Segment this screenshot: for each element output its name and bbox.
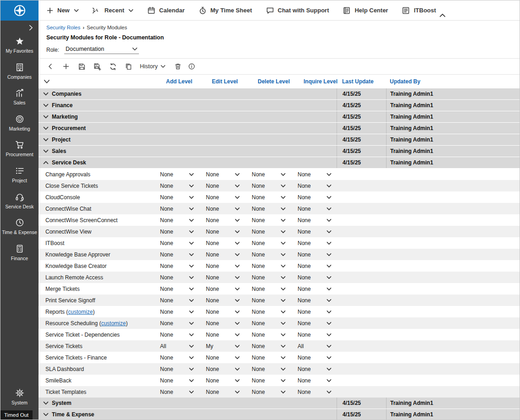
role-select[interactable]: Documentation [64, 45, 139, 54]
back-button[interactable] [43, 60, 58, 72]
sidebar-item-time-expense[interactable]: Time & Expense [0, 214, 39, 240]
add-level-select[interactable]: None [160, 183, 194, 189]
inquire-level-select[interactable]: None [298, 194, 332, 201]
inquire-level-select[interactable]: None [298, 389, 332, 395]
edit-level-select[interactable]: None [206, 389, 240, 395]
expand-sidebar-button[interactable] [29, 21, 39, 33]
add-level-select[interactable]: None [160, 297, 194, 304]
add-level-select[interactable]: All [160, 343, 194, 349]
help-center-button[interactable]: Help Center [343, 6, 388, 15]
delete-level-select[interactable]: None [252, 286, 286, 292]
edit-level-select[interactable]: None [206, 229, 240, 235]
inquire-level-select[interactable]: None [298, 366, 332, 372]
group-toggle[interactable]: Sales [39, 146, 337, 157]
sidebar-item-system[interactable]: System [0, 384, 39, 410]
sidebar-item-service-desk[interactable]: Service Desk [0, 188, 39, 214]
edit-level-select[interactable]: None [206, 286, 240, 292]
delete-level-select[interactable]: None [252, 377, 286, 384]
group-row[interactable]: System4/15/25Training Admin1 [39, 398, 520, 409]
group-toggle[interactable]: Companies [39, 88, 337, 99]
edit-level-select[interactable]: None [206, 183, 240, 189]
add-level-select[interactable]: None [160, 355, 194, 361]
add-level-select[interactable]: None [160, 171, 194, 178]
delete-level-select[interactable]: None [252, 251, 286, 258]
add-button[interactable] [58, 60, 74, 72]
copy-button[interactable] [121, 60, 136, 72]
edit-level-select[interactable]: None [206, 171, 240, 178]
delete-level-select[interactable]: None [252, 297, 286, 304]
refresh-button[interactable] [105, 60, 121, 72]
my-time-sheet-button[interactable]: My Time Sheet [199, 6, 252, 15]
delete-level-select[interactable]: None [252, 389, 286, 395]
add-level-select[interactable]: None [160, 320, 194, 327]
add-level-select[interactable]: None [160, 194, 194, 201]
add-level-select[interactable]: None [160, 229, 194, 235]
inquire-level-select[interactable]: None [298, 183, 332, 189]
inquire-level-select[interactable]: None [298, 355, 332, 361]
add-level-select[interactable]: None [160, 366, 194, 372]
edit-level-select[interactable]: None [206, 217, 240, 224]
inquire-level-select[interactable]: None [298, 263, 332, 269]
calendar-button[interactable]: Calendar [147, 6, 185, 15]
inquire-level-select[interactable]: None [298, 251, 332, 258]
inquire-level-select[interactable]: None [298, 309, 332, 315]
add-level-select[interactable]: None [160, 251, 194, 258]
delete-level-select[interactable]: None [252, 206, 286, 212]
sidebar-item-companies[interactable]: Companies [0, 59, 39, 85]
group-row[interactable]: Marketing4/15/25Training Admin1 [39, 111, 520, 123]
inquire-level-select[interactable]: None [298, 171, 332, 178]
sidebar-item-finance[interactable]: Finance [0, 240, 39, 266]
delete-level-select[interactable]: None [252, 320, 286, 327]
sidebar-item-sales[interactable]: Sales [0, 84, 39, 110]
inquire-level-select[interactable]: None [298, 206, 332, 212]
sidebar-item-project[interactable]: Project [0, 162, 39, 188]
edit-level-select[interactable]: None [206, 366, 240, 372]
group-row[interactable]: Time & Expense4/15/25Training Admin1 [39, 409, 520, 420]
delete-level-select[interactable]: None [252, 217, 286, 224]
connectwise-logo[interactable] [0, 0, 39, 21]
group-toggle[interactable]: Procurement [39, 123, 337, 134]
sidebar-item-marketing[interactable]: Marketing [0, 110, 39, 136]
recent-menu-button[interactable]: Recent [93, 6, 133, 15]
edit-level-select[interactable]: None [206, 377, 240, 384]
add-level-select[interactable]: None [160, 217, 194, 224]
edit-level-select[interactable]: None [206, 309, 240, 315]
edit-level-select[interactable]: None [206, 320, 240, 327]
group-row[interactable]: Procurement4/15/25Training Admin1 [39, 123, 520, 134]
breadcrumb-security-roles-link[interactable]: Security Roles [46, 25, 80, 30]
chat-support-button[interactable]: Chat with Support [266, 6, 329, 15]
inquire-level-select[interactable]: None [298, 320, 332, 327]
customize-link[interactable]: customize [68, 309, 93, 315]
edit-level-select[interactable]: None [206, 240, 240, 246]
add-level-select[interactable]: None [160, 309, 194, 315]
inquire-level-select[interactable]: All [298, 343, 332, 349]
inquire-level-select[interactable]: None [298, 217, 332, 224]
expand-all-button[interactable] [39, 75, 160, 88]
delete-level-select[interactable]: None [252, 183, 286, 189]
sidebar-item-procurement[interactable]: Procurement [0, 136, 39, 162]
edit-level-select[interactable]: None [206, 274, 240, 281]
group-toggle[interactable]: System [39, 398, 337, 409]
edit-level-select[interactable]: None [206, 263, 240, 269]
delete-level-select[interactable]: None [252, 332, 286, 338]
itboost-button[interactable]: ITBoost [402, 6, 436, 15]
new-menu-button[interactable]: New [46, 7, 79, 14]
group-row[interactable]: Finance4/15/25Training Admin1 [39, 100, 520, 111]
customize-link[interactable]: customize [101, 320, 126, 327]
delete-level-select[interactable]: None [252, 240, 286, 246]
collapse-topbar-button[interactable] [439, 13, 446, 17]
edit-level-select[interactable]: None [206, 355, 240, 361]
delete-button[interactable] [171, 60, 185, 72]
add-level-select[interactable]: None [160, 377, 194, 384]
delete-level-select[interactable]: None [252, 309, 286, 315]
edit-level-select[interactable]: None [206, 251, 240, 258]
add-level-select[interactable]: None [160, 332, 194, 338]
add-level-select[interactable]: None [160, 286, 194, 292]
delete-level-select[interactable]: None [252, 343, 286, 349]
inquire-level-select[interactable]: None [298, 240, 332, 246]
group-toggle[interactable]: Finance [39, 100, 337, 111]
add-level-select[interactable]: None [160, 274, 194, 281]
inquire-level-select[interactable]: None [298, 229, 332, 235]
sidebar-item-my-favorites[interactable]: My Favorites [0, 33, 39, 59]
delete-level-select[interactable]: None [252, 274, 286, 281]
